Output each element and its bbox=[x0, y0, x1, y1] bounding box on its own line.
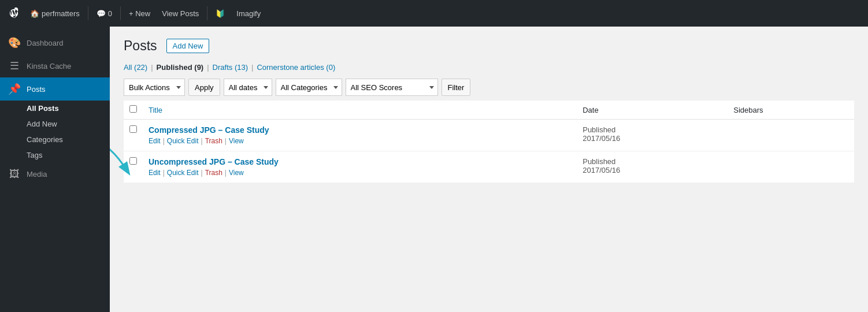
row1-quick-edit-link[interactable]: Quick Edit bbox=[167, 137, 199, 145]
home-icon: 🏠 bbox=[30, 9, 39, 18]
sidebar-sub-categories[interactable]: Categories bbox=[0, 132, 110, 147]
row2-date: 2017/05/16 bbox=[583, 166, 722, 174]
row1-row-actions: Edit | Quick Edit | Trash | View bbox=[149, 137, 571, 145]
all-dates-select[interactable]: All dates bbox=[224, 79, 272, 96]
media-icon: 🖼 bbox=[8, 168, 21, 180]
th-sidebars: Sidebars bbox=[728, 101, 854, 120]
adminbar-sep-3 bbox=[207, 6, 207, 20]
sidebar-sub-tags[interactable]: Tags bbox=[0, 147, 110, 163]
sidebar-item-media[interactable]: 🖼 Media bbox=[0, 163, 110, 185]
posts-table-wrapper: Title Date Sidebars Compressed JPG – Cas… bbox=[124, 101, 854, 183]
adminbar-imagify[interactable]: Imagify bbox=[232, 7, 265, 20]
adminbar-yoast[interactable]: 🔰 bbox=[211, 7, 229, 20]
toolbar-row: Bulk Actions Apply All dates All Categor… bbox=[124, 79, 854, 96]
bulk-actions-select[interactable]: Bulk Actions bbox=[124, 79, 185, 96]
row1-date-cell: Published 2017/05/16 bbox=[577, 120, 728, 151]
wp-logo[interactable] bbox=[5, 4, 23, 23]
main-layout: 🎨 Dashboard ☰ Kinsta Cache 📌 Posts All P… bbox=[0, 27, 868, 312]
kinsta-icon: ☰ bbox=[8, 60, 21, 72]
adminbar-sep-2 bbox=[120, 6, 121, 20]
row1-edit-link[interactable]: Edit bbox=[149, 137, 161, 145]
adminbar-comments[interactable]: 💬 0 bbox=[92, 7, 117, 20]
th-title[interactable]: Title bbox=[143, 101, 577, 120]
apply-button[interactable]: Apply bbox=[188, 79, 220, 96]
posts-icon: 📌 bbox=[8, 83, 21, 95]
row1-sidebars-cell bbox=[728, 120, 854, 151]
sidebar-item-dashboard[interactable]: 🎨 Dashboard bbox=[0, 31, 110, 54]
th-date: Date bbox=[577, 101, 728, 120]
sidebar-sub-add-new[interactable]: Add New bbox=[0, 116, 110, 132]
row1-title-link[interactable]: Compressed JPG – Case Study bbox=[149, 125, 269, 135]
row2-trash-link[interactable]: Trash bbox=[205, 169, 222, 177]
filter-link-all[interactable]: All (22) bbox=[124, 63, 147, 72]
comments-icon: 💬 bbox=[97, 9, 106, 18]
filter-link-cornerstone[interactable]: Cornerstone articles (0) bbox=[257, 63, 335, 72]
row1-view-link[interactable]: View bbox=[229, 137, 244, 145]
row1-status: Published bbox=[583, 125, 722, 134]
sidebar-item-posts[interactable]: 📌 Posts bbox=[0, 77, 110, 101]
posts-table: Title Date Sidebars Compressed JPG – Cas… bbox=[124, 101, 854, 183]
content-area: Posts Add New All (22) | Published (9) |… bbox=[110, 27, 868, 312]
select-all-checkbox[interactable] bbox=[129, 105, 137, 113]
yoast-icon: 🔰 bbox=[216, 9, 225, 18]
table-row: Uncompressed JPG – Case Study Edit | Qui… bbox=[124, 151, 854, 183]
adminbar-site[interactable]: 🏠 perfmatters bbox=[25, 7, 84, 20]
page-title-row: Posts Add New bbox=[124, 38, 854, 54]
filter-links: All (22) | Published (9) | Drafts (13) |… bbox=[124, 63, 854, 72]
sidebar-item-kinsta-cache[interactable]: ☰ Kinsta Cache bbox=[0, 54, 110, 77]
dashboard-icon: 🎨 bbox=[8, 36, 21, 49]
adminbar-sep-1 bbox=[88, 6, 88, 20]
all-categories-select[interactable]: All Categories bbox=[276, 79, 342, 96]
row2-title-link[interactable]: Uncompressed JPG – Case Study bbox=[149, 157, 279, 166]
adminbar-new[interactable]: + New bbox=[124, 7, 155, 20]
page-title: Posts bbox=[124, 38, 157, 54]
th-checkbox bbox=[124, 101, 143, 120]
row2-row-actions: Edit | Quick Edit | Trash | View bbox=[149, 169, 571, 177]
row2-date-cell: Published 2017/05/16 bbox=[577, 151, 728, 183]
row2-quick-edit-link[interactable]: Quick Edit bbox=[167, 169, 199, 177]
row2-checkbox-cell bbox=[124, 151, 143, 183]
filter-link-published[interactable]: Published (9) bbox=[157, 63, 204, 72]
row1-checkbox[interactable] bbox=[129, 125, 137, 133]
all-seo-scores-select[interactable]: All SEO Scores bbox=[346, 79, 438, 96]
sidebar: 🎨 Dashboard ☰ Kinsta Cache 📌 Posts All P… bbox=[0, 27, 110, 312]
table-row: Compressed JPG – Case Study Edit | Quick… bbox=[124, 120, 854, 151]
row1-title-cell: Compressed JPG – Case Study Edit | Quick… bbox=[143, 120, 577, 151]
row2-status: Published bbox=[583, 157, 722, 166]
sidebar-sub-all-posts[interactable]: All Posts bbox=[0, 101, 110, 116]
row1-date: 2017/05/16 bbox=[583, 134, 722, 143]
filter-button[interactable]: Filter bbox=[442, 79, 471, 96]
add-new-button[interactable]: Add New bbox=[166, 39, 210, 53]
row2-title-cell: Uncompressed JPG – Case Study Edit | Qui… bbox=[143, 151, 577, 183]
row2-view-link[interactable]: View bbox=[229, 169, 244, 177]
filter-link-drafts[interactable]: Drafts (13) bbox=[213, 63, 248, 72]
row2-checkbox[interactable] bbox=[129, 157, 137, 165]
admin-bar: 🏠 perfmatters 💬 0 + New View Posts 🔰 Ima… bbox=[0, 0, 868, 27]
row1-trash-link[interactable]: Trash bbox=[205, 137, 222, 145]
row2-sidebars-cell bbox=[728, 151, 854, 183]
row2-edit-link[interactable]: Edit bbox=[149, 169, 161, 177]
row1-checkbox-cell bbox=[124, 120, 143, 151]
adminbar-view-posts[interactable]: View Posts bbox=[157, 7, 203, 20]
